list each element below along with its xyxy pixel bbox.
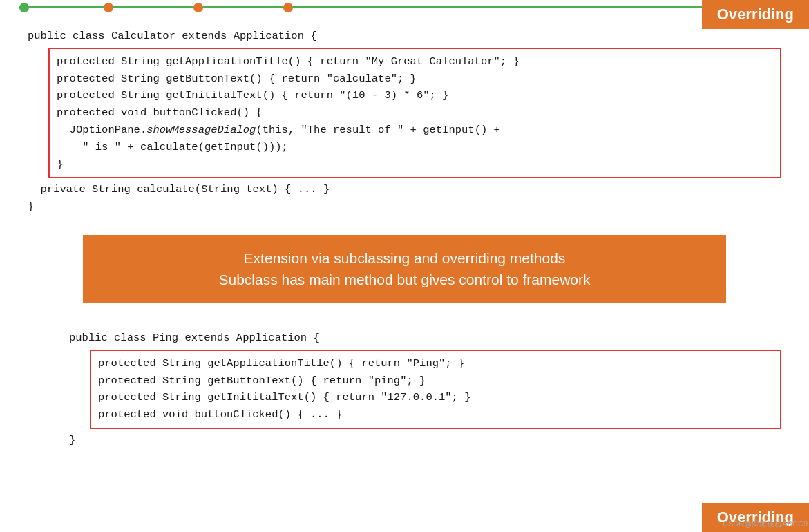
code-box-line-7: } <box>57 156 773 173</box>
explanation-box: Extension via subclassing and overriding… <box>83 235 726 303</box>
red-box-1: protected String getApplicationTitle() {… <box>48 48 781 179</box>
code-box-line-2: protected String getButtonText() { retur… <box>57 70 773 88</box>
code-box-line-4: protected void buttonClicked() { <box>57 104 773 122</box>
code-box-line-1: protected String getApplicationTitle() {… <box>57 53 773 70</box>
explanation-line2: Subclass has main method but gives contr… <box>111 269 698 291</box>
code-after-1: private String calculate(String text) { … <box>28 181 781 198</box>
code-area-1: public class Calculator extends Applicat… <box>0 7 809 222</box>
explanation-line1: Extension via subclassing and overriding… <box>111 247 698 269</box>
main-container: Overriding public class Calculator exten… <box>0 0 809 532</box>
code2-line1: public class Ping extends Application { <box>28 330 781 347</box>
code-line-1: public class Calculator extends Applicat… <box>28 28 781 45</box>
watermark: CSDN@深海质粒ABCC9 <box>723 519 808 529</box>
code-box-line-3: protected String getInititalText() { ret… <box>57 87 773 104</box>
code-after-2: } <box>28 198 781 216</box>
code2-box-line-4: protected void buttonClicked() { ... } <box>98 406 773 424</box>
code2-box-line-3: protected String getInititalText() { ret… <box>98 389 773 406</box>
red-box-2: protected String getApplicationTitle() {… <box>90 350 781 429</box>
code2-box-line-1: protected String getApplicationTitle() {… <box>98 355 773 372</box>
code-box-line-6: " is " + calculate(getInput())); <box>57 139 773 156</box>
italic-method: showMessageDialog <box>146 124 256 136</box>
code-area-2: public class Ping extends Application { … <box>0 316 809 456</box>
code-box-line-5: JOptionPane.showMessageDialog(this, "The… <box>57 122 773 139</box>
code2-after-1: } <box>28 432 781 449</box>
code2-box-line-2: protected String getButtonText() { retur… <box>98 372 773 390</box>
